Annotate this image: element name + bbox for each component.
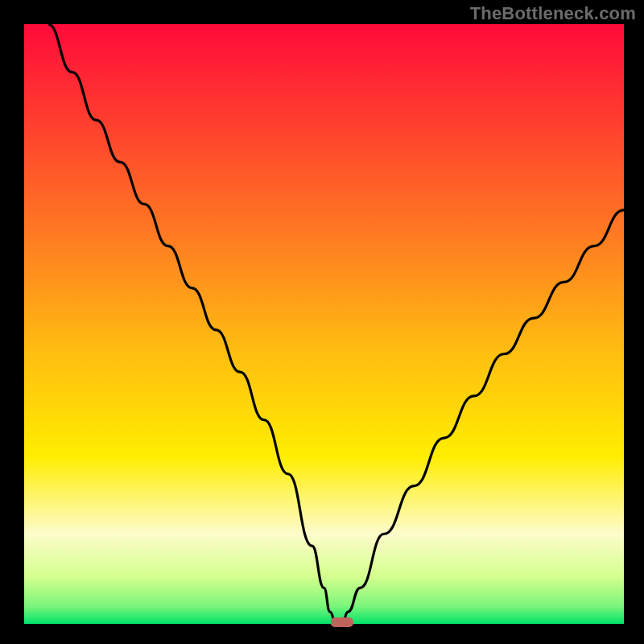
chart-frame: TheBottleneck.com [0, 0, 644, 644]
optimum-marker [331, 617, 353, 627]
bottleneck-chart [0, 0, 644, 644]
plot-background [24, 24, 624, 624]
